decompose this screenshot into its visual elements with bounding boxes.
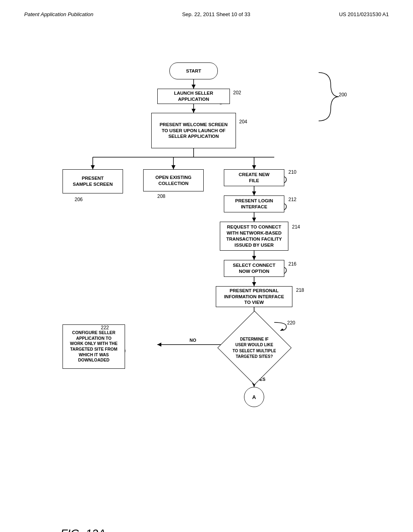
figure-caption: FIG. 12A [60,527,106,532]
diamond-text: DETERMINE IF USER WOULD LIKE TO SELECT M… [232,336,277,359]
svg-marker-13 [252,191,256,195]
label-202: 202 [233,90,241,96]
node-222: CONFIGURE SELLER APPLICATION TO WORK ONL… [63,324,125,369]
diagram: YES NO [0,32,413,516]
label-208: 208 [157,193,165,199]
page: Patent Application Publication Sep. 22, … [0,0,413,532]
label-220: 220 [287,320,295,326]
start-node: START [169,62,218,79]
label-216: 216 [288,261,296,267]
label-200: 200 [339,92,347,98]
svg-marker-11 [252,165,256,169]
label-222: 222 [101,325,109,330]
header-center: Sep. 22, 2011 Sheet 10 of 33 [182,11,250,17]
header-right: US 2011/0231530 A1 [339,11,389,17]
node-210: CREATE NEW FILE [224,169,284,186]
node-208: OPEN EXISTING COLLECTION [143,169,204,191]
svg-marker-3 [192,109,196,113]
node-206: PRESENT SAMPLE SCREEN [63,169,123,193]
node-218: PRESENT PERSONAL INFORMATION INTERFACE T… [216,286,292,307]
svg-marker-9 [171,165,175,169]
label-218: 218 [296,287,304,293]
node-212: PRESENT LOGIN INTERFACE [224,195,284,212]
label-212: 212 [288,197,296,202]
label-214: 214 [292,224,300,230]
svg-marker-26 [157,343,161,347]
circle-a: A [244,387,264,407]
header-left: Patent Application Publication [24,11,94,17]
svg-marker-15 [252,218,256,222]
arrows-svg: YES NO [0,32,413,516]
svg-marker-1 [192,85,196,89]
svg-marker-19 [252,282,256,286]
label-206: 206 [75,197,83,202]
svg-marker-7 [91,165,95,169]
node-214: REQUEST TO CONNECT WITH NETWORK-BASED TR… [220,222,288,251]
node-202: LAUNCH SELLER APPLICATION [157,89,230,104]
node-220: DETERMINE IF USER WOULD LIKE TO SELECT M… [225,318,284,377]
svg-marker-17 [252,256,256,260]
node-204: PRESENT WELCOME SCREEN TO USER UPON LAUN… [151,113,236,148]
svg-text:NO: NO [190,338,196,343]
label-204: 204 [239,119,247,125]
header: Patent Application Publication Sep. 22, … [0,0,413,17]
label-210: 210 [288,169,296,175]
node-216: SELECT CONNECT NOW OPTION [224,260,284,277]
